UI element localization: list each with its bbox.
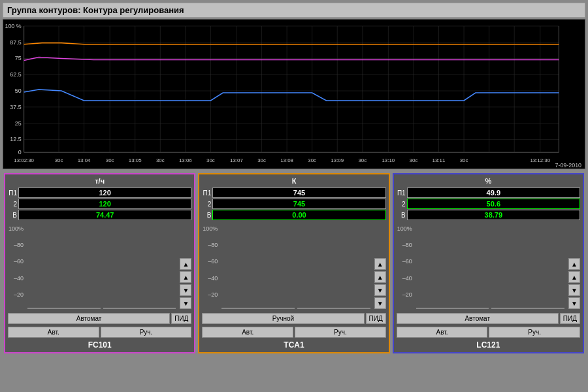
lc121-pv-value: 50.6 xyxy=(407,199,580,209)
tca1-pv-row: 2 745 xyxy=(202,199,385,209)
fc101-out-value: 74.47 xyxy=(18,210,191,220)
svg-text:13:02:30: 13:02:30 xyxy=(14,157,34,163)
fc101-btn-up2[interactable] xyxy=(180,271,191,283)
svg-text:13:06: 13:06 xyxy=(179,157,192,163)
svg-text:37.5: 37.5 xyxy=(10,104,21,110)
lc121-btn-down2[interactable] xyxy=(568,297,580,309)
svg-text:7-09-2010: 7-09-2010 xyxy=(555,162,581,169)
fc101-btn-up1[interactable] xyxy=(180,258,191,270)
fc101-btn-down1[interactable] xyxy=(180,284,191,296)
tca1-sp-value: 745 xyxy=(212,188,385,198)
lc121-fader-green[interactable] xyxy=(491,308,564,309)
fc101-avt-btn[interactable]: Авт. xyxy=(8,327,99,338)
fc101-fader-cyan[interactable] xyxy=(27,308,101,309)
title-text: Группа контуров: Контура регулирования xyxy=(7,5,184,15)
lc121-sp-value: 49.9 xyxy=(407,188,580,198)
tca1-btn-down1[interactable] xyxy=(374,284,386,296)
svg-text:13:07: 13:07 xyxy=(230,157,243,163)
svg-text:50: 50 xyxy=(15,88,22,94)
svg-text:25: 25 xyxy=(15,120,22,127)
lc121-mode-btn[interactable]: Автомат xyxy=(397,313,559,324)
tca1-out-row: В 0.00 xyxy=(202,210,385,220)
lc121-out-label: В xyxy=(397,212,406,219)
tca1-avt-btn[interactable]: Авт. xyxy=(202,327,293,338)
tca1-pid-btn[interactable]: ПИД xyxy=(366,313,386,324)
lc121-mode-row: Автомат ПИД xyxy=(397,313,580,324)
tca1-fader-scale: 100% –80 –60 –40 –20 xyxy=(202,224,218,309)
lc121-unit: % xyxy=(397,177,580,185)
tca1-fader-green[interactable] xyxy=(297,308,370,309)
svg-text:0: 0 xyxy=(18,149,22,155)
fc101-sp-value: 120 xyxy=(18,188,191,198)
fc101-sp-row: П1 120 xyxy=(8,188,191,198)
svg-text:13:05: 13:05 xyxy=(129,157,142,163)
lc121-btn-down1[interactable] xyxy=(568,284,580,296)
tca1-label: TCA1 xyxy=(202,340,385,350)
tca1-mode-btn[interactable]: Ручной xyxy=(202,313,364,324)
main-container: Группа контуров: Контура регулирования 1… xyxy=(0,0,588,392)
tca1-avt-ruch: Авт. Руч. xyxy=(202,327,385,338)
lc121-btn-up1[interactable] xyxy=(568,258,580,270)
svg-text:12.5: 12.5 xyxy=(10,136,21,142)
lc121-sp-label: П1 xyxy=(397,189,406,197)
fc101-mode-row: Автомат ПИД xyxy=(8,313,191,324)
tca1-ruch-btn[interactable]: Руч. xyxy=(295,327,386,338)
tca1-sp-row: П1 745 xyxy=(202,188,385,198)
fc101-fader-area: 100% –80 –60 –40 –20 xyxy=(8,224,191,309)
lc121-fader-cyan[interactable] xyxy=(416,308,489,309)
tca1-fader-cyan[interactable] xyxy=(221,308,295,309)
lc121-avt-btn[interactable]: Авт. xyxy=(397,327,488,338)
svg-text:30с: 30с xyxy=(257,157,266,163)
lc121-fader-area: 100% –80 –60 –40 –20 xyxy=(397,224,580,309)
svg-text:13:12:30: 13:12:30 xyxy=(530,157,550,163)
fc101-btn-down2[interactable] xyxy=(180,297,191,309)
svg-text:30с: 30с xyxy=(410,157,418,163)
fc101-pid-btn[interactable]: ПИД xyxy=(171,313,191,324)
tca1-fader-buttons xyxy=(374,258,386,309)
tca1-unit: К xyxy=(202,177,385,185)
lc121-fader-scale: 100% –80 –60 –40 –20 xyxy=(397,224,412,309)
tca1-pv-label: 2 xyxy=(202,201,211,208)
fc101-out-label: В xyxy=(8,212,17,219)
lc121-pid-btn[interactable]: ПИД xyxy=(560,313,580,324)
panel-fc101: т/ч П1 120 2 120 В 74.47 100% xyxy=(4,173,195,353)
svg-text:87.5: 87.5 xyxy=(10,39,21,46)
lc121-out-value: 38.79 xyxy=(407,210,580,220)
tca1-out-label: В xyxy=(202,212,211,219)
fc101-mode-btn[interactable]: Автомат xyxy=(8,313,170,324)
fc101-values: П1 120 2 120 В 74.47 xyxy=(8,188,191,220)
lc121-ruch-btn[interactable]: Руч. xyxy=(489,327,580,338)
svg-text:13:04: 13:04 xyxy=(78,157,91,163)
fc101-fader-green[interactable] xyxy=(103,308,176,309)
lc121-avt-ruch: Авт. Руч. xyxy=(397,327,580,338)
tca1-pv-value: 745 xyxy=(212,199,385,209)
panel-tca1: К П1 745 2 745 В 0.00 100% –80 xyxy=(198,173,389,353)
lc121-fader-buttons xyxy=(568,258,580,309)
lc121-pv-label: 2 xyxy=(397,201,406,208)
lc121-btn-up2[interactable] xyxy=(568,271,580,283)
fc101-fader-buttons xyxy=(180,258,191,309)
svg-text:75: 75 xyxy=(15,55,22,61)
svg-text:13:08: 13:08 xyxy=(280,157,293,163)
fc101-avt-ruch: Авт. Руч. xyxy=(8,327,191,338)
svg-text:30с: 30с xyxy=(460,157,468,163)
lc121-out-row: В 38.79 xyxy=(397,210,580,220)
fc101-fader-scale: 100% –80 –60 –40 –20 xyxy=(8,224,24,309)
tca1-btn-up2[interactable] xyxy=(374,271,386,283)
tca1-btn-up1[interactable] xyxy=(374,258,386,270)
lc121-sp-row: П1 49.9 xyxy=(397,188,580,198)
svg-text:13:10: 13:10 xyxy=(382,157,395,163)
tca1-mode-row: Ручной ПИД xyxy=(202,313,385,324)
fc101-ruch-btn[interactable]: Руч. xyxy=(101,327,192,338)
fc101-pv-value: 120 xyxy=(18,199,191,209)
svg-text:30с: 30с xyxy=(308,157,316,163)
fc101-pv-row: 2 120 xyxy=(8,199,191,209)
panel-lc121: % П1 49.9 2 50.6 В 38.79 100% –80 xyxy=(393,173,584,353)
chart-svg: 100 % 87.5 75 62.5 50 37.5 25 12.5 0 xyxy=(3,20,585,169)
title-bar: Группа контуров: Контура регулирования xyxy=(3,3,585,18)
chart-area: 100 % 87.5 75 62.5 50 37.5 25 12.5 0 xyxy=(3,19,585,169)
svg-text:62.5: 62.5 xyxy=(10,71,21,78)
tca1-values: П1 745 2 745 В 0.00 xyxy=(202,188,385,220)
tca1-btn-down2[interactable] xyxy=(374,297,386,309)
svg-text:30с: 30с xyxy=(55,157,63,163)
